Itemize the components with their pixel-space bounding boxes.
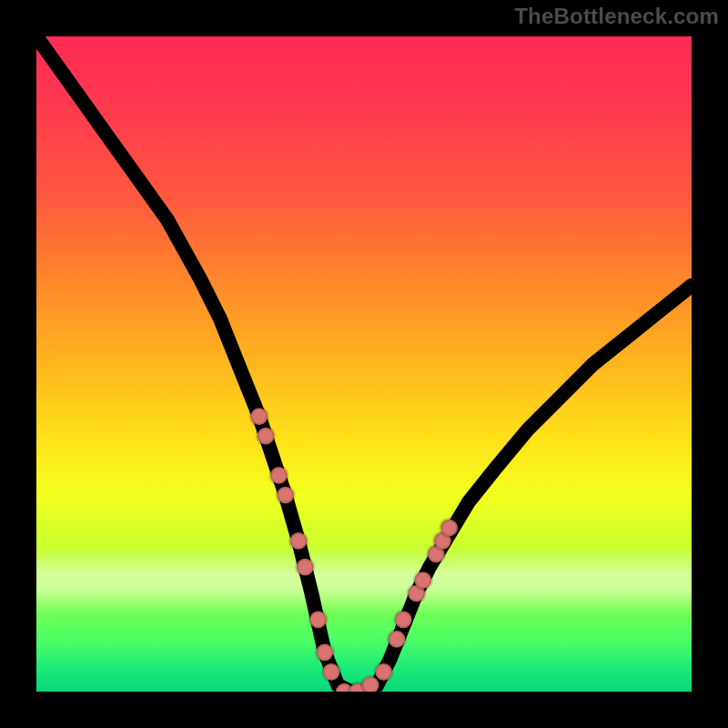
highlight-dot xyxy=(395,611,412,628)
highlight-dot xyxy=(440,520,458,537)
highlight-dot xyxy=(250,408,268,425)
watermark-text: TheBottleneck.com xyxy=(514,4,719,29)
highlight-dot xyxy=(316,643,333,661)
highlight-dot xyxy=(290,532,308,550)
highlight-dot xyxy=(414,571,431,589)
highlight-dot xyxy=(258,428,275,445)
highlight-dot xyxy=(297,559,314,576)
highlight-dot xyxy=(375,663,392,681)
highlight-dot xyxy=(323,663,340,681)
highlight-dots-group xyxy=(250,408,458,692)
chart-frame: TheBottleneck.com xyxy=(0,0,728,728)
highlight-dot xyxy=(309,611,327,628)
highlight-dot xyxy=(270,467,288,484)
plot-area xyxy=(36,36,692,692)
highlight-dot xyxy=(389,631,406,648)
highlight-dot xyxy=(277,487,294,504)
bottleneck-curve xyxy=(36,36,692,692)
curve-svg xyxy=(36,36,692,692)
